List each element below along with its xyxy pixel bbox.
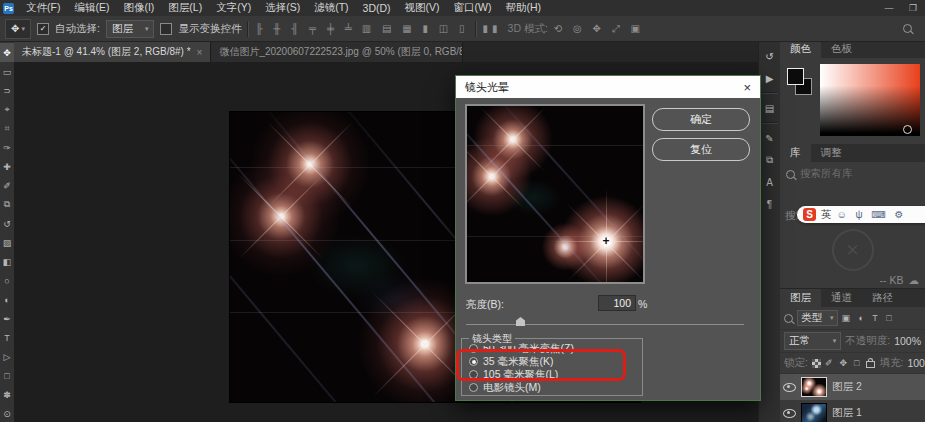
search-icon[interactable] [903, 24, 912, 33]
eraser-tool[interactable]: ▨ [0, 233, 14, 252]
opacity-value[interactable]: 100% [894, 335, 921, 347]
color-picker-ring[interactable] [903, 125, 912, 134]
document-tab-wechat-image[interactable]: 微信图片_20200607222523.jpg @ 50% (图层 0, RGB… [211, 42, 463, 62]
tab-color[interactable]: 颜色 [780, 40, 821, 58]
brush-tool[interactable]: ✐ [0, 176, 14, 195]
sogou-ime-bar[interactable]: S 英 ☺ ψ ⌨ ⚙ [797, 206, 925, 223]
healing-brush-tool[interactable]: ✚ [0, 157, 14, 176]
brightness-value-field[interactable]: 100 [598, 295, 636, 311]
foreground-color-swatch[interactable] [787, 68, 804, 85]
auto-select-target-dropdown[interactable]: 图层 ▾ [106, 20, 155, 38]
flare-center-crosshair[interactable]: + [603, 234, 610, 248]
pen-tool[interactable]: ✒ [0, 309, 14, 328]
brightness-slider-track[interactable] [466, 324, 744, 325]
menu-window[interactable]: 窗口(W) [447, 1, 499, 15]
color-picker-gradient[interactable] [820, 64, 920, 136]
lock-all-icon[interactable] [866, 361, 875, 368]
history-brush-tool[interactable]: ↺ [0, 214, 14, 233]
ime-toolbar-icons[interactable]: ☺ ψ ⌨ ⚙ [837, 209, 907, 220]
eyedropper-tool[interactable]: ✑ [0, 138, 14, 157]
crop-tool[interactable]: ⌗ [0, 119, 14, 138]
document-tab-untitled[interactable]: 未标题-1 @ 41.4% (图层 2, RGB/8#) * × [14, 42, 211, 62]
tab-layers[interactable]: 图层 [780, 289, 821, 307]
quick-selection-tool[interactable]: ⌖ [0, 100, 14, 119]
path-selection-tool[interactable]: ▷ [0, 347, 14, 366]
ok-button[interactable]: 确定 [652, 108, 750, 131]
menu-3d[interactable]: 3D(D) [356, 2, 398, 14]
radio-icon[interactable] [469, 344, 478, 353]
filter-kind-icons[interactable]: ▣ ◐ T □ [842, 313, 895, 323]
lock-artboard-icon[interactable]: □ [854, 358, 862, 368]
alignment-icons[interactable]: ╟ ╫ ╢ ╤ ╪ ╧ [255, 23, 355, 34]
clone-stamp-tool[interactable]: ⧉ [0, 195, 14, 214]
shape-tool[interactable]: □ [0, 366, 14, 385]
move-tool[interactable]: ✥ [0, 43, 14, 62]
dialog-title-bar[interactable]: 镜头光晕 × [456, 76, 760, 98]
menu-filter[interactable]: 滤镜(T) [307, 1, 355, 15]
sogou-logo-icon[interactable]: S [803, 208, 816, 221]
layer-name[interactable]: 图层 1 [832, 406, 862, 420]
ime-language-indicator[interactable]: 英 [821, 208, 832, 222]
fill-value[interactable]: 100% [907, 357, 925, 369]
lens-option-movie-prime[interactable]: 电影镜头(M) [462, 381, 642, 394]
filter-type-dropdown[interactable]: 类型 ▾ [797, 310, 838, 326]
distribute-icons[interactable]: ▥ ▤ ▦ ▮ ◫ ▯ [362, 23, 469, 34]
hand-tool[interactable]: ✽ [0, 385, 14, 404]
auto-select-checkbox[interactable]: ✓ [37, 23, 49, 35]
visibility-eye-icon[interactable] [783, 409, 796, 418]
lock-transparency-icon[interactable] [812, 359, 821, 368]
menu-view[interactable]: 视图(V) [398, 1, 447, 15]
paragraph-panel-icon[interactable]: ¶ [760, 194, 780, 214]
layer-row-2[interactable]: 图层 2 [780, 374, 925, 400]
library-search-input[interactable]: 搜索所有库 [786, 166, 919, 182]
marquee-tool[interactable]: ▭ [0, 62, 14, 81]
gradient-tool[interactable]: ◧ [0, 252, 14, 271]
layer-thumbnail[interactable] [801, 377, 827, 397]
type-tool[interactable]: T [0, 328, 14, 347]
distribute-spacing-icons[interactable]: ▮▮ [483, 23, 502, 34]
lens-option-35mm-prime[interactable]: 35 毫米聚焦(K) [462, 355, 642, 368]
layer-row-1[interactable]: 图层 1 [780, 400, 925, 422]
tab-libraries[interactable]: 库 [780, 144, 811, 162]
layer-name[interactable]: 图层 2 [832, 380, 862, 394]
lock-position-icon[interactable]: ✥ [839, 358, 850, 368]
lock-pixels-icon[interactable]: ✐ [825, 358, 836, 368]
visibility-eye-icon[interactable] [783, 383, 796, 392]
menu-edit[interactable]: 编辑(E) [67, 1, 116, 15]
minimize-button[interactable]: — [877, 3, 901, 13]
flare-preview[interactable]: + [465, 104, 645, 284]
menu-select[interactable]: 选择(S) [258, 1, 307, 15]
show-transform-checkbox[interactable] [160, 23, 172, 35]
menu-help[interactable]: 帮助(H) [499, 1, 549, 15]
adjustments-panel-icon[interactable]: ▤ [760, 98, 780, 118]
clone-source-panel-icon[interactable]: ⧉ [760, 150, 780, 170]
menu-type[interactable]: 文字(Y) [209, 1, 258, 15]
blend-mode-dropdown[interactable]: 正常 ▾ [784, 332, 841, 350]
blur-tool[interactable]: ○ [0, 271, 14, 290]
menu-file[interactable]: 文件(F) [19, 1, 67, 15]
menu-image[interactable]: 图像(I) [116, 1, 161, 15]
tab-channels[interactable]: 通道 [821, 289, 862, 307]
brightness-slider-thumb[interactable] [516, 317, 525, 326]
radio-icon-selected[interactable] [469, 357, 478, 366]
current-tool-icon[interactable]: ✥▾ [5, 19, 31, 39]
lens-option-105mm-prime[interactable]: 105 毫米聚焦(L) [462, 368, 642, 381]
tab-paths[interactable]: 路径 [862, 289, 903, 307]
close-icon[interactable]: × [743, 81, 751, 94]
menu-layer[interactable]: 图层(L) [161, 1, 209, 15]
radio-icon[interactable] [469, 370, 478, 379]
filter-search-icon[interactable] [784, 314, 793, 323]
character-panel-icon[interactable]: A [760, 172, 780, 192]
tab-adjustments[interactable]: 调整 [811, 144, 852, 162]
restore-button[interactable]: ❐ [901, 3, 925, 13]
dodge-tool[interactable]: ◐ [0, 290, 14, 309]
reset-button[interactable]: 复位 [652, 138, 750, 161]
lasso-tool[interactable]: ⊃ [0, 81, 14, 100]
actions-panel-icon[interactable]: ▶ [760, 68, 780, 88]
radio-icon[interactable] [469, 383, 478, 392]
history-panel-icon[interactable]: ↺ [760, 46, 780, 66]
zoom-tool[interactable]: ⊙ [0, 404, 14, 422]
close-icon[interactable]: × [197, 47, 203, 58]
brush-settings-panel-icon[interactable]: ✎ [760, 128, 780, 148]
3d-mode-icons[interactable]: ⟲ ◎ ✥ ⤢ ▣ [554, 23, 644, 35]
